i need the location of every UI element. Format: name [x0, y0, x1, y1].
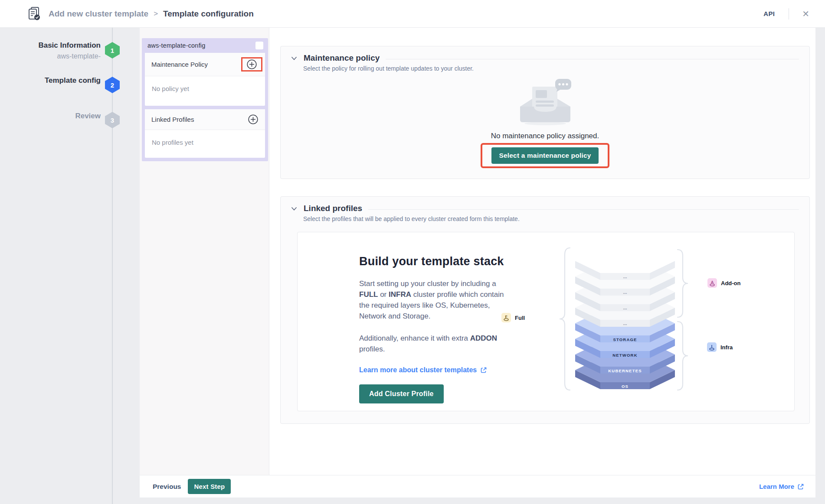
card-paragraph-1: Start setting up your cluster by includi… — [359, 279, 505, 322]
step-badge-1[interactable]: 1 — [105, 42, 120, 59]
linked-profiles-card: Linked Profiles No profiles yet — [145, 109, 265, 158]
step-sublabel: aws-template- — [0, 52, 101, 60]
build-template-stack-card: Build your template stack Start setting … — [297, 232, 795, 411]
step-label: Basic Information — [0, 41, 101, 50]
addon-label: Add-on — [721, 280, 740, 286]
template-stack-illustration: OS KUBERNETES — [488, 244, 757, 394]
no-policy-message: No maintenance policy assigned. — [491, 132, 599, 140]
maintenance-policy-section: Maintenance policy Select the policy for… — [280, 46, 810, 179]
step-number: 3 — [111, 117, 114, 124]
addon-profile-legend: A Add-on — [707, 278, 740, 288]
highlight-box: Select a maintenance policy — [481, 143, 609, 168]
infra-label: Infra — [720, 344, 733, 351]
svg-text:F: F — [505, 315, 507, 319]
external-link-icon — [480, 367, 487, 374]
svg-text:...: ... — [623, 305, 627, 310]
empty-inbox-illustration — [515, 78, 576, 128]
external-link-icon — [797, 483, 804, 490]
card-paragraph-2: Additionally, enhance it with extra ADDO… — [359, 333, 505, 355]
add-cluster-profile-button[interactable]: Add Cluster Profile — [359, 384, 444, 403]
empty-profiles-text: No profiles yet — [152, 139, 193, 146]
svg-text:KUBERNETES: KUBERNETES — [608, 368, 642, 373]
section-title: Linked profiles — [304, 204, 362, 213]
card-heading: Build your template stack — [359, 255, 505, 268]
full-profile-legend: F Full — [501, 313, 525, 322]
link-label: Learn more about cluster templates — [359, 366, 477, 374]
wizard-footer: Previous Next Step Learn More — [140, 475, 815, 497]
breadcrumb-separator: > — [154, 10, 158, 18]
hexagon-stack: OS KUBERNETES — [532, 244, 718, 395]
select-maintenance-policy-button[interactable]: Select a maintenance policy — [491, 147, 598, 164]
card-title: Linked Profiles — [151, 116, 194, 123]
infra-brace — [678, 322, 688, 390]
step-review[interactable]: Review — [0, 112, 101, 120]
full-badge-icon: F — [501, 313, 511, 322]
infra-profile-legend: Infra — [707, 342, 733, 352]
wizard-header: Add new cluster template > Template conf… — [0, 0, 825, 28]
step-label: Review — [0, 112, 101, 120]
breadcrumb-parent[interactable]: Add new cluster template — [49, 9, 148, 19]
empty-policy-text: No policy yet — [152, 85, 189, 92]
step-number: 2 — [111, 81, 114, 89]
linked-profiles-section: Linked profiles Select the profiles that… — [280, 196, 810, 424]
svg-text:STORAGE: STORAGE — [613, 337, 637, 342]
section-divider — [368, 209, 799, 210]
step-number: 1 — [111, 47, 114, 54]
svg-text:...: ... — [623, 274, 627, 279]
header-divider — [789, 8, 789, 20]
step-badge-3[interactable]: 3 — [105, 112, 120, 128]
plus-circle-icon — [248, 114, 259, 125]
addon-badge-icon: A — [707, 278, 717, 288]
section-subtitle: Select the policy for rolling out templa… — [303, 65, 799, 72]
main-content: Maintenance policy Select the policy for… — [270, 28, 815, 475]
section-title: Maintenance policy — [304, 53, 380, 63]
step-template-config[interactable]: Template config — [0, 76, 101, 85]
config-panel-checkbox[interactable] — [255, 42, 263, 49]
svg-text:OS: OS — [622, 384, 629, 389]
previous-button[interactable]: Previous — [153, 483, 181, 491]
add-maintenance-policy-button[interactable] — [241, 57, 262, 72]
full-brace — [560, 248, 570, 390]
learn-more-label: Learn More — [759, 483, 794, 490]
stepper-line — [112, 28, 113, 504]
collapse-chevron-icon[interactable] — [291, 207, 297, 211]
template-document-icon — [28, 7, 41, 21]
step-badge-2[interactable]: 2 — [105, 77, 120, 93]
breadcrumb-current: Template configuration — [163, 9, 254, 19]
add-linked-profile-button[interactable] — [244, 114, 262, 125]
addon-brace — [678, 250, 688, 317]
svg-text:NETWORK: NETWORK — [612, 353, 637, 358]
section-divider — [386, 59, 799, 59]
close-icon[interactable]: ✕ — [799, 7, 813, 21]
infra-badge-icon — [707, 342, 717, 352]
config-rail: aws-template-config Maintenance Policy — [140, 28, 269, 475]
svg-text:...: ... — [623, 289, 627, 295]
full-label: Full — [515, 315, 525, 321]
learn-more-templates-link[interactable]: Learn more about cluster templates — [359, 366, 505, 374]
config-panel-title: aws-template-config — [147, 42, 206, 49]
template-config-panel: aws-template-config Maintenance Policy — [142, 38, 268, 161]
learn-more-link[interactable]: Learn More — [759, 483, 804, 490]
step-label: Template config — [0, 76, 101, 85]
card-title: Maintenance Policy — [151, 61, 208, 68]
plus-circle-icon — [246, 59, 257, 70]
svg-text:A: A — [711, 280, 714, 284]
svg-text:...: ... — [623, 321, 627, 326]
maintenance-policy-card: Maintenance Policy No policy yet — [145, 53, 265, 106]
step-basic-information[interactable]: Basic Information aws-template- — [0, 41, 101, 60]
wizard-body: aws-template-config Maintenance Policy — [140, 28, 815, 497]
next-step-button[interactable]: Next Step — [188, 479, 231, 494]
api-button[interactable]: API — [759, 7, 779, 20]
section-subtitle: Select the profiles that will be applied… — [303, 215, 799, 222]
collapse-chevron-icon[interactable] — [291, 56, 297, 60]
